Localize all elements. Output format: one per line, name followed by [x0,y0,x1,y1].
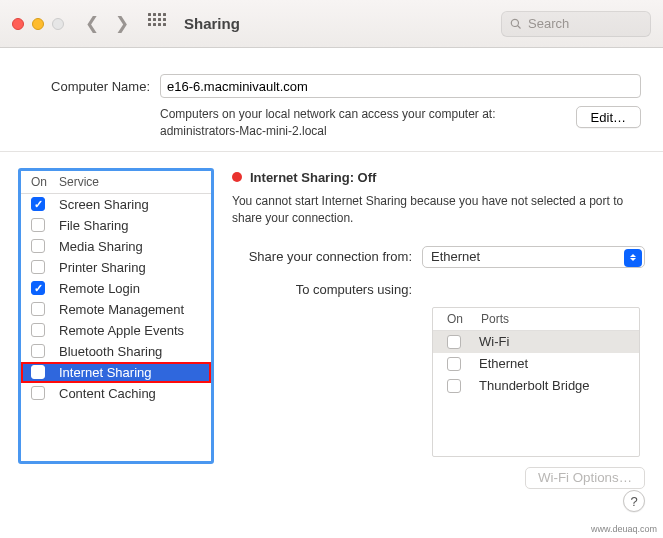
service-row[interactable]: Media Sharing [21,236,211,257]
watermark: www.deuaq.com [591,524,657,534]
search-input[interactable]: Search [501,11,651,37]
service-row[interactable]: Internet Sharing [21,362,211,383]
ports-header-on: On [447,312,481,326]
share-from-select[interactable]: Ethernet [422,246,645,268]
access-description: Computers on your local network can acce… [160,106,566,141]
port-row[interactable]: Thunderbolt Bridge [433,375,639,397]
back-button[interactable]: ❮ [78,12,106,36]
nav-buttons: ❮ ❯ [78,12,136,36]
wifi-options-button: Wi-Fi Options… [525,467,645,489]
ports-list: On Ports Wi-FiEthernetThunderbolt Bridge [432,307,640,457]
service-checkbox[interactable] [31,323,45,337]
window-controls [12,18,64,30]
service-label: Internet Sharing [59,365,152,380]
service-label: Remote Login [59,281,140,296]
edit-button[interactable]: Edit… [576,106,641,128]
forward-button[interactable]: ❯ [108,12,136,36]
port-row[interactable]: Ethernet [433,353,639,375]
services-header-on: On [31,175,59,189]
service-row[interactable]: Remote Management [21,299,211,320]
port-checkbox[interactable] [447,357,461,371]
help-button[interactable]: ? [623,490,645,512]
service-label: Printer Sharing [59,260,146,275]
computer-name-field[interactable] [160,74,641,98]
service-checkbox[interactable] [31,344,45,358]
service-row[interactable]: Remote Apple Events [21,320,211,341]
search-placeholder: Search [528,16,569,31]
service-row[interactable]: Content Caching [21,383,211,404]
service-row[interactable]: Printer Sharing [21,257,211,278]
service-row[interactable]: Remote Login [21,278,211,299]
service-checkbox[interactable] [31,197,45,211]
zoom-icon [52,18,64,30]
computer-name-section: Computer Name: Computers on your local n… [0,48,663,152]
service-checkbox[interactable] [31,302,45,316]
service-checkbox[interactable] [31,239,45,253]
share-from-label: Share your connection from: [232,249,422,264]
port-row[interactable]: Wi-Fi [433,331,639,353]
title-bar: ❮ ❯ Sharing Search [0,0,663,48]
service-row[interactable]: Bluetooth Sharing [21,341,211,362]
port-label: Ethernet [479,356,528,371]
window-title: Sharing [184,15,240,32]
service-checkbox[interactable] [31,218,45,232]
service-label: Bluetooth Sharing [59,344,162,359]
services-header-service: Service [59,175,99,189]
services-list: On Service Screen SharingFile SharingMed… [18,168,214,464]
port-label: Wi-Fi [479,334,509,349]
status-indicator-icon [232,172,242,182]
minimize-icon[interactable] [32,18,44,30]
service-row[interactable]: File Sharing [21,215,211,236]
detail-title: Internet Sharing: Off [250,170,376,185]
service-checkbox[interactable] [31,386,45,400]
detail-pane: Internet Sharing: Off You cannot start I… [232,168,645,489]
service-label: Content Caching [59,386,156,401]
port-checkbox[interactable] [447,379,461,393]
service-label: Media Sharing [59,239,143,254]
show-all-icon[interactable] [148,13,170,35]
to-computers-label: To computers using: [232,278,422,297]
service-label: File Sharing [59,218,128,233]
ports-header-ports: Ports [481,312,509,326]
port-checkbox[interactable] [447,335,461,349]
close-icon[interactable] [12,18,24,30]
computer-name-label: Computer Name: [22,79,150,94]
service-label: Screen Sharing [59,197,149,212]
detail-description: You cannot start Internet Sharing becaus… [232,193,645,228]
service-checkbox[interactable] [31,260,45,274]
service-label: Remote Management [59,302,184,317]
search-icon [510,18,522,30]
chevron-updown-icon [624,249,642,267]
service-checkbox[interactable] [31,365,45,379]
port-label: Thunderbolt Bridge [479,378,590,393]
service-checkbox[interactable] [31,281,45,295]
service-label: Remote Apple Events [59,323,184,338]
service-row[interactable]: Screen Sharing [21,194,211,215]
